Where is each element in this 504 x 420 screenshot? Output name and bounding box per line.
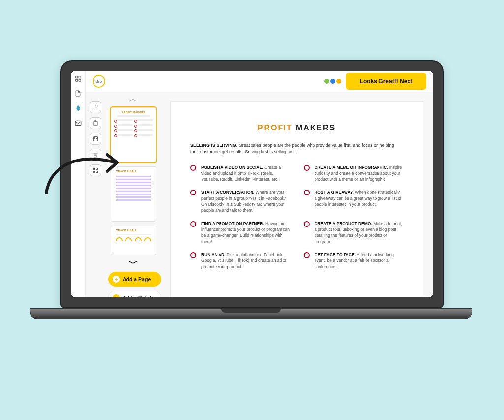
dashboard-icon[interactable] <box>74 74 82 82</box>
svg-rect-1 <box>79 76 81 78</box>
items-grid: PUBLISH A VIDEO ON SOCIAL. Create a vide… <box>190 164 403 269</box>
list-item: GET FACE TO FACE. Attend a networking ev… <box>304 252 403 270</box>
svg-rect-2 <box>75 79 77 81</box>
list-item: FIND A PROMOTION PARTNER. Having an infl… <box>190 221 290 245</box>
bullet-icon <box>304 164 310 170</box>
document-page[interactable]: PROFIT MAKERS SELLING IS SERVING. Great … <box>170 101 423 297</box>
app-rail <box>71 70 86 297</box>
item-text: CREATE A PRODUCT DEMO. Make a tutorial, … <box>315 221 403 245</box>
item-text: HOST A GIVEAWAY. When done strategically… <box>315 189 403 207</box>
add-batch-label: Add a Batch <box>123 294 153 297</box>
bullet-icon <box>190 252 196 258</box>
image-icon[interactable] <box>90 132 101 144</box>
item-text: START A CONVERSATION. Where are your per… <box>201 189 290 213</box>
list-item: RUN AN AD. Pick a platform (ex: Facebook… <box>190 252 290 270</box>
svg-rect-3 <box>79 79 81 81</box>
page-intro: SELLING IS SERVING. Great sales people a… <box>190 142 403 155</box>
page-tools: ♡ <box>86 91 105 297</box>
item-text: PUBLISH A VIDEO ON SOCIAL. Create a vide… <box>201 164 290 182</box>
bullet-icon <box>304 221 310 227</box>
svg-rect-12 <box>96 171 98 172</box>
laptop-mockup: 3/5 Looks Great!! Next ♡ <box>60 60 444 319</box>
app-logo-icon <box>324 78 341 83</box>
trash-icon[interactable] <box>90 148 101 160</box>
clipboard-icon[interactable] <box>90 117 101 129</box>
add-buttons: + Add a Page + Add a Batch + Add a PDF <box>105 271 164 297</box>
page-thumbnail-1[interactable]: PROFIT MAKERS <box>111 107 156 162</box>
thumbs-down-icon[interactable]: ﹀ <box>129 258 138 267</box>
item-text: FIND A PROMOTION PARTNER. Having an infl… <box>201 221 290 245</box>
item-text: GET FACE TO FACE. Attend a networking ev… <box>315 252 403 270</box>
favorite-icon[interactable]: ♡ <box>90 101 101 113</box>
bullet-icon <box>190 190 196 195</box>
list-item: PUBLISH A VIDEO ON SOCIAL. Create a vide… <box>190 164 290 182</box>
add-page-button[interactable]: + Add a Page <box>108 271 161 286</box>
svg-rect-0 <box>75 76 77 78</box>
topbar: 3/5 Looks Great!! Next <box>86 70 433 91</box>
bullet-icon <box>190 164 196 170</box>
page-thumbnail-2[interactable]: TRACK & SELL <box>111 166 156 221</box>
item-text: RUN AN AD. Pick a platform (ex: Facebook… <box>201 252 290 270</box>
next-button[interactable]: Looks Great!! Next <box>346 72 426 89</box>
plus-icon: + <box>113 294 120 297</box>
list-item: START A CONVERSATION. Where are your per… <box>190 189 290 213</box>
file-icon[interactable] <box>74 89 82 97</box>
list-item: CREATE A MEME OR INFOGRAPHIC. Inspire cu… <box>304 164 403 182</box>
workspace: ♡ ︿ <box>86 91 433 297</box>
page-title: PROFIT MAKERS <box>190 123 403 132</box>
thumbs-up-icon[interactable]: ︿ <box>129 94 138 103</box>
list-item: CREATE A PRODUCT DEMO. Make a tutorial, … <box>304 221 403 245</box>
bullet-icon <box>304 252 310 258</box>
add-batch-button[interactable]: + Add a Batch <box>108 290 161 297</box>
plus-icon: + <box>113 275 120 282</box>
laptop-base <box>30 308 472 319</box>
svg-point-8 <box>94 137 95 138</box>
svg-rect-11 <box>94 171 95 172</box>
list-item: HOST A GIVEAWAY. When done strategically… <box>304 189 403 213</box>
page-thumbnail-3[interactable]: TRACK & SELL <box>111 225 156 255</box>
score-badge[interactable]: 3/5 <box>93 74 105 87</box>
rocket-icon[interactable] <box>74 104 82 112</box>
bullet-icon <box>304 190 310 195</box>
grid-icon[interactable] <box>90 164 101 176</box>
mail-icon[interactable] <box>74 119 82 127</box>
add-page-label: Add a Page <box>123 276 151 282</box>
svg-rect-10 <box>96 168 98 169</box>
bullet-icon <box>190 221 196 227</box>
item-text: CREATE A MEME OR INFOGRAPHIC. Inspire cu… <box>315 164 403 182</box>
canvas: PROFIT MAKERS SELLING IS SERVING. Great … <box>164 91 433 297</box>
svg-rect-9 <box>94 168 95 169</box>
thumbnail-strip: ︿ PROFIT MAKERS TR <box>105 91 164 267</box>
app-screen: 3/5 Looks Great!! Next ♡ <box>71 70 433 297</box>
